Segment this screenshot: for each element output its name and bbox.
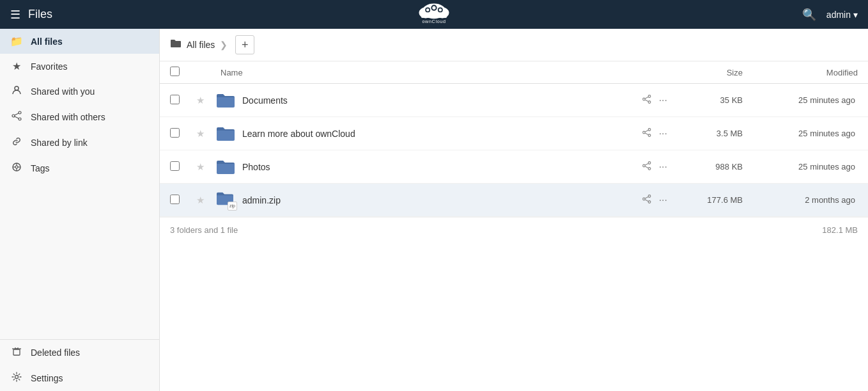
row-checkbox[interactable] — [170, 195, 180, 204]
footer-summary: 3 folders and 1 file — [170, 225, 238, 235]
svg-line-33 — [645, 99, 648, 101]
file-name-cell: Photos — [210, 158, 612, 176]
svg-point-35 — [642, 131, 645, 134]
share-button[interactable] — [639, 192, 655, 209]
svg-point-18 — [15, 166, 18, 168]
svg-point-7 — [426, 8, 430, 12]
sidebar-item-favorites[interactable]: ★ Favorites — [0, 54, 159, 79]
file-name-cell: zip admin.zip — [210, 190, 612, 211]
star-icon: ★ — [10, 60, 23, 72]
main-layout: 📁 All files ★ Favorites Shared with you — [0, 29, 868, 391]
share-out-icon — [10, 111, 23, 124]
share-button[interactable] — [639, 159, 655, 175]
svg-point-14 — [19, 118, 21, 120]
svg-point-29 — [648, 95, 651, 97]
svg-point-9 — [439, 8, 442, 12]
breadcrumb-folder-icon — [170, 38, 182, 51]
file-size: 3.5 MB — [676, 117, 753, 150]
folder-icon: 📁 — [10, 35, 23, 47]
svg-point-8 — [432, 6, 435, 10]
svg-point-45 — [642, 198, 645, 200]
sidebar-item-label: Favorites — [31, 61, 68, 72]
svg-line-16 — [15, 116, 19, 118]
table-row: ★ Learn more about ownCloud ···3.5 MB25 … — [160, 117, 868, 150]
share-button[interactable] — [639, 125, 655, 142]
star-button[interactable]: ★ — [190, 184, 210, 217]
file-footer: 3 folders and 1 file 182.1 MB — [160, 217, 868, 243]
user-menu[interactable]: admin ▾ — [826, 10, 858, 20]
table-row: ★ zip admin.zip ···177.6 MB2 months ago — [160, 184, 868, 217]
sidebar-item-label: Deleted files — [31, 347, 80, 358]
file-name-cell: Documents — [210, 92, 612, 109]
row-actions: ··· — [612, 184, 676, 217]
sidebar-item-deleted-files[interactable]: Deleted files — [0, 340, 159, 365]
menu-icon[interactable]: ☰ — [10, 8, 20, 22]
svg-rect-3 — [421, 13, 446, 18]
row-checkbox[interactable] — [170, 95, 180, 104]
svg-line-48 — [645, 199, 648, 201]
svg-point-28 — [15, 376, 19, 379]
svg-line-43 — [645, 166, 648, 168]
file-name-text[interactable]: Photos — [242, 162, 270, 172]
svg-point-30 — [642, 98, 645, 100]
svg-point-36 — [648, 134, 651, 136]
folder-icon — [215, 158, 236, 176]
table-row: ★ Documents ···35 KB25 minutes ago — [160, 84, 868, 117]
svg-point-44 — [648, 195, 651, 197]
more-actions-button[interactable]: ··· — [655, 159, 671, 175]
table-header-row: Name Size Modified — [160, 61, 868, 84]
sidebar-item-all-files[interactable]: 📁 All files — [0, 29, 159, 54]
breadcrumb-text: All files — [187, 40, 215, 50]
svg-text:ownCloud: ownCloud — [422, 19, 446, 24]
svg-point-46 — [648, 200, 651, 203]
sidebar-item-shared-with-others[interactable]: Shared with others — [0, 104, 159, 130]
sidebar-item-label: All files — [31, 36, 63, 47]
row-checkbox[interactable] — [170, 161, 180, 171]
file-size: 988 KB — [676, 150, 753, 184]
sidebar-item-label: Shared by link — [31, 138, 88, 148]
settings-icon — [10, 372, 23, 385]
svg-line-37 — [645, 130, 648, 132]
svg-point-41 — [648, 167, 651, 170]
sidebar-item-label: Shared with others — [31, 112, 105, 122]
table-row: ★ Photos ···988 KB25 minutes ago — [160, 150, 868, 184]
svg-point-31 — [648, 100, 651, 103]
svg-point-39 — [648, 161, 651, 164]
sidebar-item-shared-by-link[interactable]: Shared by link — [0, 130, 159, 156]
svg-line-42 — [645, 163, 648, 165]
row-checkbox[interactable] — [170, 128, 180, 138]
svg-line-15 — [15, 113, 19, 115]
breadcrumb-bar: All files ❯ + — [160, 29, 868, 61]
breadcrumb-arrow: ❯ — [220, 40, 228, 50]
file-name-text[interactable]: Documents — [242, 95, 288, 106]
file-modified: 25 minutes ago — [753, 150, 868, 184]
add-button[interactable]: + — [235, 35, 254, 54]
svg-point-13 — [12, 115, 15, 117]
file-name-text[interactable]: admin.zip — [242, 195, 281, 205]
svg-point-11 — [15, 86, 19, 90]
more-actions-button[interactable]: ··· — [655, 192, 671, 209]
select-all-checkbox[interactable] — [170, 67, 180, 76]
star-button[interactable]: ★ — [190, 150, 210, 184]
svg-line-38 — [645, 132, 648, 134]
sidebar-item-shared-with-you[interactable]: Shared with you — [0, 79, 159, 104]
sidebar-item-tags[interactable]: Tags — [0, 156, 159, 181]
star-button[interactable]: ★ — [190, 117, 210, 150]
file-size: 35 KB — [676, 84, 753, 117]
share-button[interactable] — [639, 92, 655, 109]
search-icon[interactable]: 🔍 — [802, 8, 816, 22]
sidebar-item-settings[interactable]: Settings — [0, 365, 159, 391]
more-actions-button[interactable]: ··· — [655, 92, 671, 109]
star-button[interactable]: ★ — [190, 84, 210, 117]
footer-total-size: 182.1 MB — [822, 225, 858, 235]
svg-point-12 — [19, 111, 21, 114]
more-actions-button[interactable]: ··· — [655, 125, 671, 142]
file-size: 177.6 MB — [676, 184, 753, 217]
file-modified: 25 minutes ago — [753, 117, 868, 150]
content-area: All files ❯ + Name Size Modified — [160, 29, 868, 391]
svg-line-32 — [645, 97, 648, 99]
file-name-text[interactable]: Learn more about ownCloud — [242, 129, 355, 139]
file-modified: 25 minutes ago — [753, 84, 868, 117]
share-in-icon — [10, 85, 23, 98]
folder-icon — [215, 92, 236, 109]
